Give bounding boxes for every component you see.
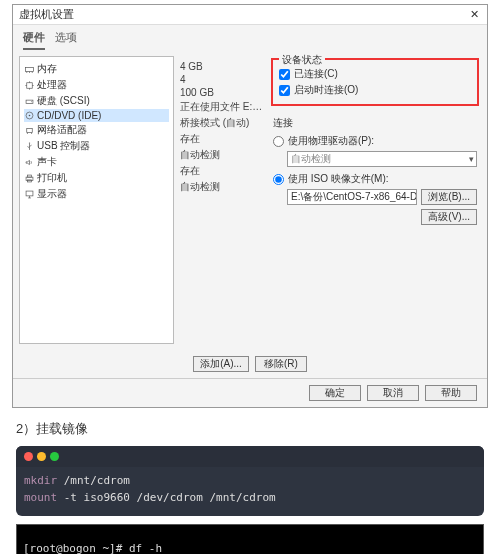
tabs: 硬件 选项 xyxy=(13,25,487,50)
term-line-2: mount -t iso9660 /dev/cdrom /mnt/cdrom xyxy=(24,490,476,507)
sum-printer: 存在 xyxy=(180,163,265,179)
help-button[interactable]: 帮助 xyxy=(425,385,477,401)
df-prompt: [root@bogon ~]# df -h xyxy=(23,542,477,554)
svg-rect-21 xyxy=(27,175,31,177)
hw-label: 打印机 xyxy=(37,171,67,185)
hw-item-cpu[interactable]: 处理器 xyxy=(24,77,169,93)
hw-label: 处理器 xyxy=(37,78,67,92)
terminal-snippet: mkdir /mnt/cdrom mount -t iso9660 /dev/c… xyxy=(16,446,484,516)
mac-close-dot xyxy=(24,452,33,461)
hw-item-nic[interactable]: 网络适配器 xyxy=(24,122,169,138)
mac-max-dot xyxy=(50,452,59,461)
ok-button[interactable]: 确定 xyxy=(309,385,361,401)
device-settings: 设备状态 已连接(C) 启动时连接(O) 连接 使用物理驱动器(P): xyxy=(269,56,481,344)
sum-sound: 自动检测 xyxy=(180,147,265,163)
step2-heading: 2）挂载镜像 xyxy=(16,420,484,438)
physical-drive-value: 自动检测 xyxy=(291,152,331,166)
hw-label: 内存 xyxy=(37,62,57,76)
cancel-button[interactable]: 取消 xyxy=(367,385,419,401)
term-kw: mount xyxy=(24,491,57,504)
use-iso-input[interactable] xyxy=(273,174,284,185)
disk-icon xyxy=(24,96,35,107)
browse-button[interactable]: 浏览(B)... xyxy=(421,189,477,205)
tab-hardware[interactable]: 硬件 xyxy=(23,27,45,50)
hardware-list: 内存 处理器 硬盘 (SCSI) CD/DVD (IDE) 网络适配器 USB … xyxy=(19,56,174,344)
terminal-body: mkdir /mnt/cdrom mount -t iso9660 /dev/c… xyxy=(16,467,484,516)
hw-label: 网络适配器 xyxy=(37,123,87,137)
connect-poweron-checkbox[interactable]: 启动时连接(O) xyxy=(279,82,471,98)
use-physical-label: 使用物理驱动器(P): xyxy=(288,134,374,148)
usb-icon xyxy=(24,141,35,152)
close-icon[interactable]: ✕ xyxy=(467,8,481,22)
hw-item-memory[interactable]: 内存 xyxy=(24,61,169,77)
add-button[interactable]: 添加(A)... xyxy=(193,356,249,372)
connected-input[interactable] xyxy=(279,69,290,80)
sound-icon xyxy=(24,157,35,168)
add-remove-buttons: 添加(A)... 移除(R) xyxy=(13,350,487,378)
connected-label: 已连接(C) xyxy=(294,67,338,81)
use-physical-input[interactable] xyxy=(273,136,284,147)
display-icon xyxy=(24,189,35,200)
hw-label: CD/DVD (IDE) xyxy=(37,110,101,121)
hw-item-cdrom[interactable]: CD/DVD (IDE) xyxy=(24,109,169,122)
hw-label: 显示器 xyxy=(37,187,67,201)
svg-rect-0 xyxy=(25,67,33,71)
sum-cpu: 4 xyxy=(180,73,265,86)
term-line-1: mkdir /mnt/cdrom xyxy=(24,473,476,490)
hw-label: 硬盘 (SCSI) xyxy=(37,94,90,108)
hw-item-disk[interactable]: 硬盘 (SCSI) xyxy=(24,93,169,109)
term-rest: /mnt/cdrom xyxy=(57,474,130,487)
hw-label: 声卡 xyxy=(37,155,57,169)
dialog-body: 内存 处理器 硬盘 (SCSI) CD/DVD (IDE) 网络适配器 USB … xyxy=(13,50,487,350)
term-rest: -t iso9660 /dev/cdrom /mnt/cdrom xyxy=(57,491,276,504)
hardware-summary: 4 GB 4 100 GB 正在使用文件 E:\备份\CentOS... 桥接模… xyxy=(180,56,265,344)
titlebar: 虚拟机设置 ✕ xyxy=(13,5,487,25)
sum-usb: 存在 xyxy=(180,131,265,147)
dialog-footer: 确定 取消 帮助 xyxy=(13,378,487,407)
term-kw: mkdir xyxy=(24,474,57,487)
df-output: [root@bogon ~]# df -h 文件系统 容量 已用 可用 已用% … xyxy=(16,524,484,554)
device-status-title: 设备状态 xyxy=(279,53,325,67)
sum-display: 自动检测 xyxy=(180,179,265,195)
hw-item-printer[interactable]: 打印机 xyxy=(24,170,169,186)
chevron-down-icon: ▾ xyxy=(469,154,476,164)
vm-settings-dialog: 虚拟机设置 ✕ 硬件 选项 内存 处理器 硬盘 (SCSI) CD/DVD (I… xyxy=(12,4,488,408)
mac-min-dot xyxy=(37,452,46,461)
svg-point-10 xyxy=(31,101,32,102)
hw-item-usb[interactable]: USB 控制器 xyxy=(24,138,169,154)
use-iso-radio[interactable]: 使用 ISO 映像文件(M): xyxy=(273,171,477,187)
svg-point-12 xyxy=(29,115,31,117)
memory-icon xyxy=(24,64,35,75)
physical-drive-select[interactable]: 自动检测 ▾ xyxy=(287,151,477,167)
iso-path-select[interactable]: E:\备份\CentOS-7-x86_64-D ▾ xyxy=(287,189,417,205)
connect-poweron-input[interactable] xyxy=(279,85,290,96)
connected-checkbox[interactable]: 已连接(C) xyxy=(279,66,471,82)
hw-item-display[interactable]: 显示器 xyxy=(24,186,169,202)
connection-group: 连接 使用物理驱动器(P): 自动检测 ▾ 使用 ISO 映像文件(M): xyxy=(271,112,479,229)
svg-rect-23 xyxy=(26,191,33,196)
hw-item-sound[interactable]: 声卡 xyxy=(24,154,169,170)
terminal-chrome xyxy=(16,446,484,467)
nic-icon xyxy=(24,125,35,136)
sum-memory: 4 GB xyxy=(180,60,265,73)
dialog-title: 虚拟机设置 xyxy=(19,7,74,22)
sum-nic: 桥接模式 (自动) xyxy=(180,115,265,131)
printer-icon xyxy=(24,173,35,184)
connect-poweron-label: 启动时连接(O) xyxy=(294,83,358,97)
sum-cdrom: 正在使用文件 E:\备份\CentOS... xyxy=(180,99,265,115)
device-status-group: 设备状态 已连接(C) 启动时连接(O) xyxy=(271,58,479,106)
connection-title: 连接 xyxy=(273,116,477,130)
cpu-icon xyxy=(24,80,35,91)
iso-path-value: E:\备份\CentOS-7-x86_64-D xyxy=(291,190,417,204)
use-iso-label: 使用 ISO 映像文件(M): xyxy=(288,172,389,186)
hw-label: USB 控制器 xyxy=(37,139,90,153)
use-physical-radio[interactable]: 使用物理驱动器(P): xyxy=(273,133,477,149)
svg-point-16 xyxy=(29,142,30,143)
cd-icon xyxy=(24,110,35,121)
svg-rect-4 xyxy=(27,82,33,88)
svg-rect-13 xyxy=(27,128,33,132)
sum-disk: 100 GB xyxy=(180,86,265,99)
tab-options[interactable]: 选项 xyxy=(55,27,77,50)
remove-button[interactable]: 移除(R) xyxy=(255,356,307,372)
advanced-button[interactable]: 高级(V)... xyxy=(421,209,477,225)
